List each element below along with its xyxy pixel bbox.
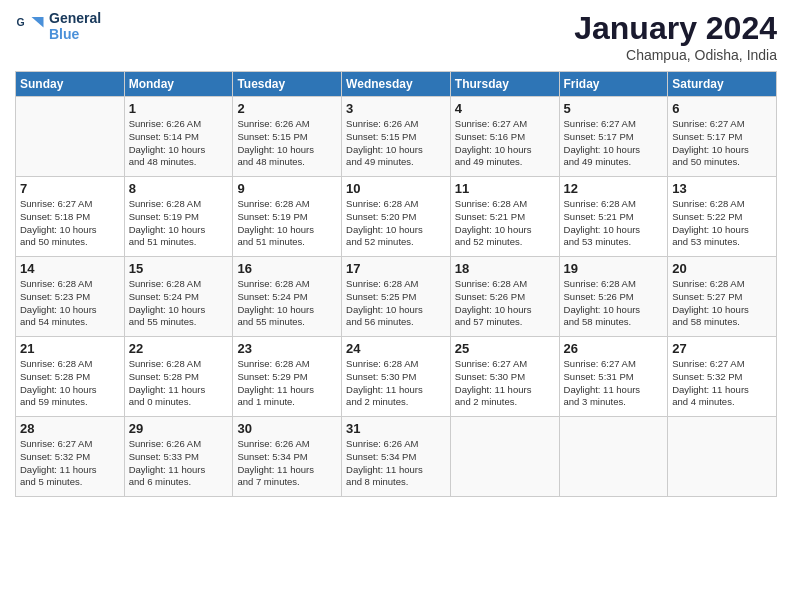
day-info: Sunrise: 6:28 AM Sunset: 5:28 PM Dayligh… [129, 358, 229, 409]
day-info: Sunrise: 6:26 AM Sunset: 5:34 PM Dayligh… [346, 438, 446, 489]
title-block: January 2024 Champua, Odisha, India [574, 10, 777, 63]
day-info: Sunrise: 6:26 AM Sunset: 5:14 PM Dayligh… [129, 118, 229, 169]
day-number: 2 [237, 101, 337, 116]
col-header-tuesday: Tuesday [233, 72, 342, 97]
day-cell: 4Sunrise: 6:27 AM Sunset: 5:16 PM Daylig… [450, 97, 559, 177]
day-cell: 22Sunrise: 6:28 AM Sunset: 5:28 PM Dayli… [124, 337, 233, 417]
day-cell: 5Sunrise: 6:27 AM Sunset: 5:17 PM Daylig… [559, 97, 668, 177]
day-cell: 14Sunrise: 6:28 AM Sunset: 5:23 PM Dayli… [16, 257, 125, 337]
day-number: 23 [237, 341, 337, 356]
month-title: January 2024 [574, 10, 777, 47]
day-cell: 21Sunrise: 6:28 AM Sunset: 5:28 PM Dayli… [16, 337, 125, 417]
header: G General Blue January 2024 Champua, Odi… [15, 10, 777, 63]
day-info: Sunrise: 6:28 AM Sunset: 5:27 PM Dayligh… [672, 278, 772, 329]
day-info: Sunrise: 6:28 AM Sunset: 5:26 PM Dayligh… [564, 278, 664, 329]
day-number: 26 [564, 341, 664, 356]
day-cell [450, 417, 559, 497]
day-cell: 26Sunrise: 6:27 AM Sunset: 5:31 PM Dayli… [559, 337, 668, 417]
day-cell: 6Sunrise: 6:27 AM Sunset: 5:17 PM Daylig… [668, 97, 777, 177]
day-info: Sunrise: 6:26 AM Sunset: 5:15 PM Dayligh… [237, 118, 337, 169]
day-number: 22 [129, 341, 229, 356]
col-header-saturday: Saturday [668, 72, 777, 97]
day-cell: 31Sunrise: 6:26 AM Sunset: 5:34 PM Dayli… [342, 417, 451, 497]
day-number: 7 [20, 181, 120, 196]
day-cell: 15Sunrise: 6:28 AM Sunset: 5:24 PM Dayli… [124, 257, 233, 337]
day-info: Sunrise: 6:28 AM Sunset: 5:20 PM Dayligh… [346, 198, 446, 249]
day-cell: 25Sunrise: 6:27 AM Sunset: 5:30 PM Dayli… [450, 337, 559, 417]
svg-marker-1 [32, 17, 44, 28]
day-info: Sunrise: 6:28 AM Sunset: 5:26 PM Dayligh… [455, 278, 555, 329]
day-cell [559, 417, 668, 497]
week-row-2: 7Sunrise: 6:27 AM Sunset: 5:18 PM Daylig… [16, 177, 777, 257]
day-info: Sunrise: 6:28 AM Sunset: 5:28 PM Dayligh… [20, 358, 120, 409]
logo: G General Blue [15, 10, 101, 42]
week-row-5: 28Sunrise: 6:27 AM Sunset: 5:32 PM Dayli… [16, 417, 777, 497]
logo-icon: G [15, 11, 45, 41]
day-cell: 3Sunrise: 6:26 AM Sunset: 5:15 PM Daylig… [342, 97, 451, 177]
day-cell: 9Sunrise: 6:28 AM Sunset: 5:19 PM Daylig… [233, 177, 342, 257]
week-row-3: 14Sunrise: 6:28 AM Sunset: 5:23 PM Dayli… [16, 257, 777, 337]
day-info: Sunrise: 6:28 AM Sunset: 5:19 PM Dayligh… [129, 198, 229, 249]
day-info: Sunrise: 6:26 AM Sunset: 5:15 PM Dayligh… [346, 118, 446, 169]
day-number: 11 [455, 181, 555, 196]
col-header-sunday: Sunday [16, 72, 125, 97]
day-info: Sunrise: 6:27 AM Sunset: 5:16 PM Dayligh… [455, 118, 555, 169]
header-row: SundayMondayTuesdayWednesdayThursdayFrid… [16, 72, 777, 97]
day-cell: 2Sunrise: 6:26 AM Sunset: 5:15 PM Daylig… [233, 97, 342, 177]
day-number: 20 [672, 261, 772, 276]
day-number: 15 [129, 261, 229, 276]
day-number: 21 [20, 341, 120, 356]
day-cell: 29Sunrise: 6:26 AM Sunset: 5:33 PM Dayli… [124, 417, 233, 497]
col-header-thursday: Thursday [450, 72, 559, 97]
day-info: Sunrise: 6:28 AM Sunset: 5:24 PM Dayligh… [129, 278, 229, 329]
day-number: 6 [672, 101, 772, 116]
day-cell: 13Sunrise: 6:28 AM Sunset: 5:22 PM Dayli… [668, 177, 777, 257]
day-cell: 28Sunrise: 6:27 AM Sunset: 5:32 PM Dayli… [16, 417, 125, 497]
day-cell: 1Sunrise: 6:26 AM Sunset: 5:14 PM Daylig… [124, 97, 233, 177]
calendar-table: SundayMondayTuesdayWednesdayThursdayFrid… [15, 71, 777, 497]
day-cell: 19Sunrise: 6:28 AM Sunset: 5:26 PM Dayli… [559, 257, 668, 337]
day-number: 17 [346, 261, 446, 276]
week-row-4: 21Sunrise: 6:28 AM Sunset: 5:28 PM Dayli… [16, 337, 777, 417]
day-info: Sunrise: 6:27 AM Sunset: 5:30 PM Dayligh… [455, 358, 555, 409]
day-cell: 12Sunrise: 6:28 AM Sunset: 5:21 PM Dayli… [559, 177, 668, 257]
day-number: 3 [346, 101, 446, 116]
day-info: Sunrise: 6:27 AM Sunset: 5:31 PM Dayligh… [564, 358, 664, 409]
svg-text:G: G [17, 16, 25, 28]
day-number: 5 [564, 101, 664, 116]
day-number: 8 [129, 181, 229, 196]
day-number: 19 [564, 261, 664, 276]
day-info: Sunrise: 6:28 AM Sunset: 5:19 PM Dayligh… [237, 198, 337, 249]
day-number: 31 [346, 421, 446, 436]
day-cell: 24Sunrise: 6:28 AM Sunset: 5:30 PM Dayli… [342, 337, 451, 417]
day-number: 1 [129, 101, 229, 116]
calendar-page: G General Blue January 2024 Champua, Odi… [0, 0, 792, 612]
day-number: 9 [237, 181, 337, 196]
day-info: Sunrise: 6:28 AM Sunset: 5:24 PM Dayligh… [237, 278, 337, 329]
day-cell: 7Sunrise: 6:27 AM Sunset: 5:18 PM Daylig… [16, 177, 125, 257]
day-cell: 10Sunrise: 6:28 AM Sunset: 5:20 PM Dayli… [342, 177, 451, 257]
day-cell: 11Sunrise: 6:28 AM Sunset: 5:21 PM Dayli… [450, 177, 559, 257]
day-number: 10 [346, 181, 446, 196]
logo-line1: General [49, 10, 101, 26]
day-number: 14 [20, 261, 120, 276]
day-cell: 8Sunrise: 6:28 AM Sunset: 5:19 PM Daylig… [124, 177, 233, 257]
day-cell: 17Sunrise: 6:28 AM Sunset: 5:25 PM Dayli… [342, 257, 451, 337]
col-header-monday: Monday [124, 72, 233, 97]
day-number: 24 [346, 341, 446, 356]
day-info: Sunrise: 6:28 AM Sunset: 5:21 PM Dayligh… [455, 198, 555, 249]
day-cell [668, 417, 777, 497]
day-number: 25 [455, 341, 555, 356]
col-header-wednesday: Wednesday [342, 72, 451, 97]
location-subtitle: Champua, Odisha, India [574, 47, 777, 63]
day-cell [16, 97, 125, 177]
day-number: 16 [237, 261, 337, 276]
day-cell: 16Sunrise: 6:28 AM Sunset: 5:24 PM Dayli… [233, 257, 342, 337]
day-info: Sunrise: 6:26 AM Sunset: 5:33 PM Dayligh… [129, 438, 229, 489]
week-row-1: 1Sunrise: 6:26 AM Sunset: 5:14 PM Daylig… [16, 97, 777, 177]
day-cell: 20Sunrise: 6:28 AM Sunset: 5:27 PM Dayli… [668, 257, 777, 337]
day-cell: 18Sunrise: 6:28 AM Sunset: 5:26 PM Dayli… [450, 257, 559, 337]
day-info: Sunrise: 6:28 AM Sunset: 5:25 PM Dayligh… [346, 278, 446, 329]
day-cell: 23Sunrise: 6:28 AM Sunset: 5:29 PM Dayli… [233, 337, 342, 417]
day-number: 27 [672, 341, 772, 356]
